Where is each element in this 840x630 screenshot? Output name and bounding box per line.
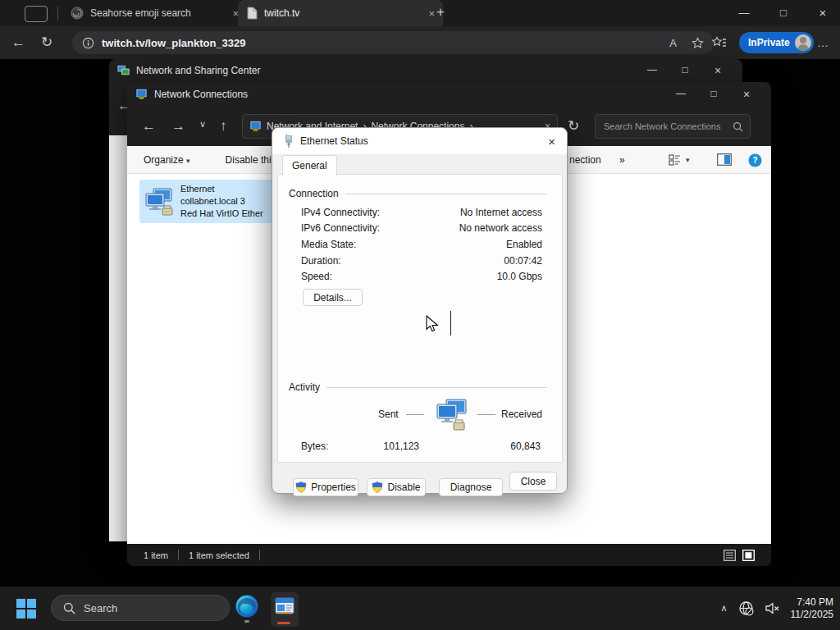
bytes-separator (450, 311, 451, 336)
tab-general[interactable]: General (282, 155, 337, 176)
browser-refresh-icon[interactable]: ↻ (41, 35, 52, 49)
nc-maximize-button[interactable]: □ (697, 88, 730, 101)
screen: Seahorse emoji search × twitch.tv × + — … (0, 0, 840, 630)
taskbar-network-connections-app[interactable] (271, 592, 299, 627)
help-icon[interactable]: ? (748, 153, 762, 167)
diagnose-button[interactable]: Diagnose (439, 478, 503, 496)
ethernet-adapter-icon (143, 187, 176, 217)
favorites-bar-icon[interactable] (712, 36, 727, 49)
thumbnail-view-icon[interactable] (742, 550, 755, 561)
active-app-indicator (277, 622, 290, 624)
nsc-minimize-button[interactable]: — (636, 64, 669, 77)
view-options-caret-icon[interactable]: ▾ (686, 156, 690, 164)
connection-rows: IPv4 Connectivity:No Internet access IPv… (301, 204, 542, 285)
profile-avatar[interactable] (795, 34, 811, 51)
uac-shield-icon (295, 482, 307, 493)
network-connections-app-icon (275, 596, 294, 616)
details-button[interactable]: Details... (303, 289, 363, 306)
nc-title-bar: Network Connections — □ × (127, 82, 771, 107)
status-separator (178, 550, 179, 560)
row-label: Duration: (301, 255, 341, 267)
connection-row: Speed:10.0 Gbps (301, 268, 542, 285)
activity-group-label: Activity (289, 381, 320, 393)
inprivate-label: InPrivate (748, 37, 790, 48)
row-value: 00:07:42 (504, 255, 542, 267)
browser-restore-button[interactable]: □ (765, 0, 802, 25)
taskbar-search-label: Search (84, 602, 117, 614)
system-tray: ∧ 7:40 PM 11/2/2025 (720, 587, 833, 630)
dialog-close-icon[interactable]: × (548, 135, 555, 148)
connection-command-fragment[interactable]: nection (569, 154, 601, 166)
row-label: IPv4 Connectivity: (301, 207, 380, 218)
tab-title: Seahorse emoji search (90, 7, 191, 19)
tab-seahorse[interactable]: Seahorse emoji search × (62, 0, 247, 26)
tab-twitch[interactable]: twitch.tv × (238, 0, 443, 26)
inprivate-badge[interactable]: InPrivate (739, 32, 814, 53)
network-no-internet-icon[interactable] (738, 600, 754, 616)
nc-search-box[interactable] (595, 114, 751, 139)
browser-minimize-button[interactable]: — (725, 0, 763, 25)
read-aloud-icon[interactable]: A (669, 37, 677, 49)
tab-actions-icon[interactable] (25, 6, 48, 22)
browser-menu-icon[interactable]: … (817, 36, 829, 49)
view-options-icon[interactable] (669, 153, 682, 167)
more-commands-icon[interactable]: » (619, 154, 625, 166)
received-label: Received (501, 409, 542, 420)
dialog-title: Ethernet Status (300, 135, 368, 147)
tab-close-icon[interactable]: × (428, 7, 435, 20)
search-icon (63, 602, 75, 614)
nsc-close-button[interactable]: × (701, 64, 734, 77)
nc-forward-icon[interactable]: → (171, 119, 185, 133)
volume-muted-icon[interactable] (765, 601, 780, 615)
dialog-title-bar: Ethernet Status × (272, 128, 567, 154)
item-count: 1 item (144, 550, 168, 560)
swirl-favicon (71, 7, 84, 20)
disable-button[interactable]: Disable (367, 478, 426, 496)
close-button[interactable]: Close (509, 472, 557, 491)
ethernet-connection-item[interactable]: Ethernet collabnet.local 3 Red Hat VirtI… (139, 180, 279, 223)
taskbar-clock[interactable]: 7:40 PM 11/2/2025 (791, 596, 834, 621)
new-tab-button[interactable]: + (436, 4, 445, 21)
bytes-sent-value: 101,123 (360, 441, 419, 452)
nc-back-icon[interactable]: ← (142, 119, 156, 133)
nc-refresh-icon[interactable]: ↻ (568, 119, 579, 133)
organize-caret-icon: ▾ (186, 157, 190, 165)
site-info-icon[interactable] (82, 37, 94, 49)
taskbar-search-box[interactable]: Search (51, 595, 230, 621)
edge-running-indicator (244, 620, 249, 623)
favorite-star-icon[interactable] (692, 37, 704, 49)
connection-device: Red Hat VirtIO Ether (180, 208, 263, 220)
taskbar-edge-app[interactable] (235, 594, 262, 625)
nc-minimize-button[interactable]: — (664, 88, 697, 101)
tab-title: twitch.tv (264, 7, 299, 19)
nc-search-input[interactable] (602, 121, 733, 132)
nc-up-icon[interactable]: ↑ (220, 119, 227, 133)
tray-overflow-chevron-icon[interactable]: ∧ (720, 603, 727, 614)
row-label: Speed: (301, 271, 332, 282)
connection-name: Ethernet (180, 183, 263, 195)
group-rule (326, 387, 547, 388)
connection-row: IPv6 Connectivity:No network access (301, 221, 542, 237)
sent-label: Sent (378, 409, 399, 420)
selected-count: 1 item selected (189, 550, 249, 560)
address-bar[interactable]: twitch.tv/low_plankton_3329 A (72, 31, 714, 54)
connection-row: Media State:Enabled (301, 236, 542, 253)
browser-back-icon[interactable]: ← (11, 35, 25, 49)
status-separator (259, 550, 260, 560)
organize-label: Organize (144, 154, 184, 166)
organize-menu[interactable]: Organize ▾ (144, 154, 190, 166)
nc-close-button[interactable]: × (730, 88, 763, 101)
preview-pane-icon[interactable] (717, 153, 732, 166)
properties-label: Properties (311, 482, 356, 493)
details-view-icon[interactable] (724, 550, 736, 561)
nsc-maximize-button[interactable]: □ (669, 64, 701, 77)
search-icon[interactable] (733, 121, 743, 132)
ethernet-plug-icon (284, 135, 294, 148)
start-button-icon[interactable] (16, 598, 37, 619)
dialog-tab-page: Connection IPv4 Connectivity:No Internet… (277, 174, 563, 463)
properties-button[interactable]: Properties (293, 478, 358, 496)
connection-row: IPv4 Connectivity:No Internet access (301, 204, 542, 221)
nsc-window-icon (117, 65, 130, 76)
browser-close-button[interactable]: × (804, 0, 840, 25)
nc-recent-chevron-icon[interactable]: ∨ (199, 120, 206, 129)
